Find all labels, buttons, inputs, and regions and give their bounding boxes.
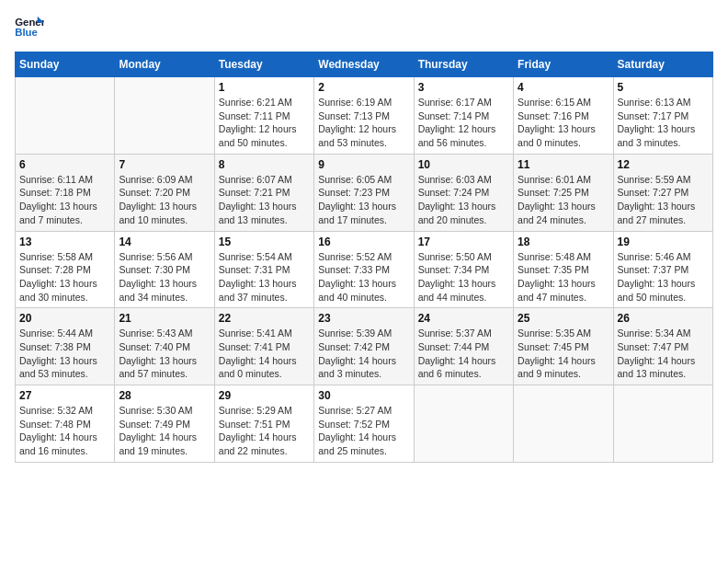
calendar-cell: 8Sunrise: 6:07 AM Sunset: 7:21 PM Daylig… — [214, 154, 313, 231]
svg-text:Blue: Blue — [15, 27, 38, 38]
day-number: 13 — [19, 236, 110, 248]
page-header: General Blue — [15, 15, 713, 40]
logo: General Blue — [15, 15, 44, 40]
day-detail: Sunrise: 5:35 AM Sunset: 7:45 PM Dayligh… — [518, 327, 609, 381]
day-number: 25 — [518, 312, 609, 325]
day-detail: Sunrise: 5:34 AM Sunset: 7:47 PM Dayligh… — [618, 327, 709, 381]
calendar-cell: 29Sunrise: 5:29 AM Sunset: 7:51 PM Dayli… — [214, 385, 313, 463]
day-detail: Sunrise: 5:39 AM Sunset: 7:42 PM Dayligh… — [318, 327, 409, 381]
calendar-cell: 11Sunrise: 6:01 AM Sunset: 7:25 PM Dayli… — [514, 154, 613, 231]
day-number: 11 — [518, 158, 609, 171]
day-number: 22 — [219, 312, 310, 325]
calendar-cell: 27Sunrise: 5:32 AM Sunset: 7:48 PM Dayli… — [16, 385, 115, 463]
day-number: 26 — [618, 312, 709, 325]
calendar-cell: 7Sunrise: 6:09 AM Sunset: 7:20 PM Daylig… — [115, 154, 214, 231]
day-detail: Sunrise: 5:32 AM Sunset: 7:48 PM Dayligh… — [19, 404, 110, 458]
day-detail: Sunrise: 6:21 AM Sunset: 7:11 PM Dayligh… — [219, 96, 310, 150]
calendar-cell — [115, 77, 214, 155]
weekday-monday: Monday — [115, 52, 214, 77]
calendar-cell: 9Sunrise: 6:05 AM Sunset: 7:23 PM Daylig… — [314, 154, 414, 231]
calendar-cell: 15Sunrise: 5:54 AM Sunset: 7:31 PM Dayli… — [214, 231, 313, 308]
calendar-week-5: 27Sunrise: 5:32 AM Sunset: 7:48 PM Dayli… — [16, 385, 713, 463]
day-number: 27 — [19, 389, 110, 402]
day-number: 5 — [618, 81, 709, 94]
calendar-cell: 13Sunrise: 5:58 AM Sunset: 7:28 PM Dayli… — [16, 231, 115, 308]
day-detail: Sunrise: 5:59 AM Sunset: 7:27 PM Dayligh… — [618, 173, 709, 227]
day-number: 29 — [219, 389, 310, 402]
calendar-cell: 25Sunrise: 5:35 AM Sunset: 7:45 PM Dayli… — [514, 308, 613, 385]
calendar-week-1: 1Sunrise: 6:21 AM Sunset: 7:11 PM Daylig… — [16, 77, 713, 155]
day-number: 14 — [119, 236, 210, 248]
day-number: 23 — [318, 312, 409, 325]
weekday-friday: Friday — [514, 52, 613, 77]
day-detail: Sunrise: 6:01 AM Sunset: 7:25 PM Dayligh… — [518, 173, 609, 227]
day-detail: Sunrise: 5:46 AM Sunset: 7:37 PM Dayligh… — [618, 250, 709, 304]
day-number: 20 — [19, 312, 110, 325]
day-number: 24 — [418, 312, 509, 325]
calendar-cell: 3Sunrise: 6:17 AM Sunset: 7:14 PM Daylig… — [414, 77, 513, 155]
day-number: 7 — [119, 158, 210, 171]
calendar-cell: 22Sunrise: 5:41 AM Sunset: 7:41 PM Dayli… — [214, 308, 313, 385]
calendar-cell: 12Sunrise: 5:59 AM Sunset: 7:27 PM Dayli… — [613, 154, 712, 231]
day-detail: Sunrise: 5:29 AM Sunset: 7:51 PM Dayligh… — [219, 404, 310, 458]
day-detail: Sunrise: 5:43 AM Sunset: 7:40 PM Dayligh… — [119, 327, 210, 381]
calendar-cell: 21Sunrise: 5:43 AM Sunset: 7:40 PM Dayli… — [115, 308, 214, 385]
calendar-cell — [16, 77, 115, 155]
calendar-cell: 6Sunrise: 6:11 AM Sunset: 7:18 PM Daylig… — [16, 154, 115, 231]
day-detail: Sunrise: 5:41 AM Sunset: 7:41 PM Dayligh… — [219, 327, 310, 381]
day-detail: Sunrise: 5:30 AM Sunset: 7:49 PM Dayligh… — [119, 404, 210, 458]
logo-icon: General Blue — [15, 15, 44, 40]
day-number: 1 — [219, 81, 310, 94]
day-detail: Sunrise: 5:27 AM Sunset: 7:52 PM Dayligh… — [318, 404, 409, 458]
calendar-cell: 4Sunrise: 6:15 AM Sunset: 7:16 PM Daylig… — [514, 77, 613, 155]
day-detail: Sunrise: 5:37 AM Sunset: 7:44 PM Dayligh… — [418, 327, 509, 381]
calendar-cell: 18Sunrise: 5:48 AM Sunset: 7:35 PM Dayli… — [514, 231, 613, 308]
calendar-cell — [613, 385, 712, 463]
weekday-wednesday: Wednesday — [314, 52, 414, 77]
day-number: 16 — [318, 236, 409, 248]
calendar-week-2: 6Sunrise: 6:11 AM Sunset: 7:18 PM Daylig… — [16, 154, 713, 231]
day-number: 10 — [418, 158, 509, 171]
day-number: 12 — [618, 158, 709, 171]
calendar-cell: 1Sunrise: 6:21 AM Sunset: 7:11 PM Daylig… — [214, 77, 313, 155]
day-detail: Sunrise: 5:52 AM Sunset: 7:33 PM Dayligh… — [318, 250, 409, 304]
day-detail: Sunrise: 6:03 AM Sunset: 7:24 PM Dayligh… — [418, 173, 509, 227]
weekday-sunday: Sunday — [16, 52, 115, 77]
calendar-cell — [514, 385, 613, 463]
day-number: 28 — [119, 389, 210, 402]
day-detail: Sunrise: 5:56 AM Sunset: 7:30 PM Dayligh… — [119, 250, 210, 304]
calendar-table: SundayMondayTuesdayWednesdayThursdayFrid… — [15, 52, 713, 463]
calendar-cell: 26Sunrise: 5:34 AM Sunset: 7:47 PM Dayli… — [613, 308, 712, 385]
day-number: 17 — [418, 236, 509, 248]
calendar-cell: 24Sunrise: 5:37 AM Sunset: 7:44 PM Dayli… — [414, 308, 513, 385]
weekday-header-row: SundayMondayTuesdayWednesdayThursdayFrid… — [16, 52, 713, 77]
calendar-cell: 30Sunrise: 5:27 AM Sunset: 7:52 PM Dayli… — [314, 385, 414, 463]
calendar-cell: 14Sunrise: 5:56 AM Sunset: 7:30 PM Dayli… — [115, 231, 214, 308]
day-detail: Sunrise: 6:13 AM Sunset: 7:17 PM Dayligh… — [618, 96, 709, 150]
day-number: 6 — [19, 158, 110, 171]
day-number: 19 — [618, 236, 709, 248]
calendar-cell: 16Sunrise: 5:52 AM Sunset: 7:33 PM Dayli… — [314, 231, 414, 308]
day-number: 18 — [518, 236, 609, 248]
weekday-saturday: Saturday — [613, 52, 712, 77]
day-detail: Sunrise: 6:05 AM Sunset: 7:23 PM Dayligh… — [318, 173, 409, 227]
calendar-cell: 20Sunrise: 5:44 AM Sunset: 7:38 PM Dayli… — [16, 308, 115, 385]
day-number: 9 — [318, 158, 409, 171]
day-detail: Sunrise: 6:19 AM Sunset: 7:13 PM Dayligh… — [318, 96, 409, 150]
day-detail: Sunrise: 5:44 AM Sunset: 7:38 PM Dayligh… — [19, 327, 110, 381]
weekday-tuesday: Tuesday — [214, 52, 313, 77]
calendar-cell: 2Sunrise: 6:19 AM Sunset: 7:13 PM Daylig… — [314, 77, 414, 155]
day-detail: Sunrise: 5:50 AM Sunset: 7:34 PM Dayligh… — [418, 250, 509, 304]
calendar-cell: 23Sunrise: 5:39 AM Sunset: 7:42 PM Dayli… — [314, 308, 414, 385]
day-detail: Sunrise: 6:09 AM Sunset: 7:20 PM Dayligh… — [119, 173, 210, 227]
day-detail: Sunrise: 6:17 AM Sunset: 7:14 PM Dayligh… — [418, 96, 509, 150]
calendar-cell: 28Sunrise: 5:30 AM Sunset: 7:49 PM Dayli… — [115, 385, 214, 463]
day-number: 8 — [219, 158, 310, 171]
day-number: 3 — [418, 81, 509, 94]
calendar-cell: 5Sunrise: 6:13 AM Sunset: 7:17 PM Daylig… — [613, 77, 712, 155]
day-number: 21 — [119, 312, 210, 325]
calendar-cell: 17Sunrise: 5:50 AM Sunset: 7:34 PM Dayli… — [414, 231, 513, 308]
day-detail: Sunrise: 6:07 AM Sunset: 7:21 PM Dayligh… — [219, 173, 310, 227]
weekday-thursday: Thursday — [414, 52, 513, 77]
day-detail: Sunrise: 5:48 AM Sunset: 7:35 PM Dayligh… — [518, 250, 609, 304]
